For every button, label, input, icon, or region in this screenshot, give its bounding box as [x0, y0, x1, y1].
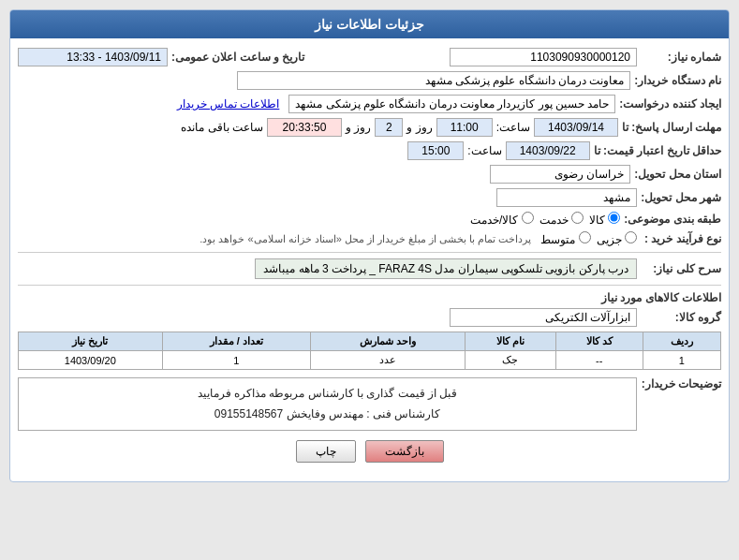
noe-kharid-text: پرداخت تمام با بخشی از مبلغ خریدار از مح…: [200, 233, 531, 245]
shomare-niaz-label: شماره نیاز:: [637, 51, 721, 64]
row-ostan: استان محل تحویل: خراسان رضوی: [18, 165, 721, 184]
back-button[interactable]: بازگشت: [365, 440, 444, 463]
divider-2: [18, 285, 721, 286]
cell-tarikh_niaz: 1403/09/20: [19, 351, 163, 370]
mohlat-mande: 20:33:50: [267, 118, 342, 137]
radio-kala[interactable]: کالا: [589, 212, 620, 227]
radio-kala-input[interactable]: [608, 212, 620, 224]
tarikh-eln-label: تاریخ و ساعت اعلان عمومی:: [168, 51, 304, 64]
hadaqal-time: 15:00: [407, 141, 464, 160]
row-namdastgah: نام دستگاه خریدار: معاونت درمان دانشگاه …: [18, 71, 721, 90]
cell-kod_kala: --: [555, 351, 643, 370]
main-container: جزئیات اطلاعات نیاز شماره نیاز: 11030909…: [9, 9, 730, 482]
cell-tedadMegdar: 1: [162, 351, 310, 370]
th-kod-kala: کد کالا: [555, 332, 643, 351]
mohlat-saaat-label: ساعت:: [493, 121, 534, 134]
radio-kalakhadamat-input[interactable]: [522, 212, 534, 224]
hadaqal-saaat-label: ساعت:: [464, 144, 505, 157]
row-mohlat: مهلت ارسال پاسخ: تا 1403/09/14 ساعت: 11:…: [18, 118, 721, 137]
namdastgah-label: نام دستگاه خریدار:: [630, 74, 721, 87]
description-label: توضیحات خریدار:: [637, 377, 721, 391]
sarh-label: سرح کلی نیاز:: [637, 262, 721, 275]
mohlat-ruz: 2: [375, 118, 403, 137]
noe-radio-group: جزیی متوسط: [540, 231, 637, 246]
shomare-niaz-value: 1103090930000120: [450, 48, 637, 66]
table-row: 1--جکعدد11403/09/20: [19, 351, 721, 370]
page-header: جزئیات اطلاعات نیاز: [10, 10, 729, 38]
mohlat-label: مهلت ارسال پاسخ: تا: [618, 121, 721, 134]
ijad-label: ایجاد کننده درخواست:: [615, 97, 721, 111]
th-tarikh: تاریخ نیاز: [19, 332, 163, 351]
row-shomare: شماره نیاز: 1103090930000120 تاریخ و ساع…: [18, 48, 721, 66]
goods-table: ردیف کد کالا نام کالا واحد شمارش تعداد /…: [18, 332, 721, 370]
description-line2: کارشناس فنی : مهندس وفایخش 09155148567: [24, 405, 630, 425]
tarighe-label: طبقه بندی موضوعی:: [620, 213, 721, 226]
mohlat-mande-label: ساعت باقی مانده: [177, 121, 267, 134]
th-tedad: تعداد / مقدار: [162, 332, 310, 351]
hadaqal-label: حداقل تاریخ اعتبار قیمت: تا: [590, 144, 721, 157]
content-area: شماره نیاز: 1103090930000120 تاریخ و ساع…: [10, 38, 729, 481]
namdastgah-value: معاونت درمان دانشگاه علوم پزشکی مشهد: [237, 71, 630, 90]
row-tarighe: طبقه بندی موضوعی: کالا خدمت کالا/خدمت: [18, 212, 721, 227]
group-kala-label: گروه کالا:: [637, 311, 721, 324]
tarikh-eln-value: 1403/09/11 - 13:33: [18, 48, 168, 66]
row-sarh: سرح کلی نیاز: درب پارکن بازویی تلسکوپی س…: [18, 258, 721, 279]
mohlat-time: 11:00: [436, 118, 493, 137]
radio-jozi[interactable]: جزیی: [597, 231, 637, 246]
print-button[interactable]: چاپ: [296, 440, 356, 463]
divider-1: [18, 252, 721, 253]
row-hadaqal: حداقل تاریخ اعتبار قیمت: تا 1403/09/22 س…: [18, 141, 721, 160]
tarighe-radio-group: کالا خدمت کالا/خدمت: [470, 212, 620, 227]
cell-vahed_shomar: عدد: [310, 351, 465, 370]
radio-jozi-input[interactable]: [625, 231, 637, 243]
page-title: جزئیات اطلاعات نیاز: [315, 17, 424, 32]
row-noe-kharid: نوع فرآیند خرید : جزیی متوسط پرداخت تمام…: [18, 231, 721, 246]
bottom-buttons: بازگشت چاپ: [18, 440, 721, 472]
mohlat-mande-label2: روز و: [342, 121, 375, 134]
noe-kharid-label: نوع فرآیند خرید :: [637, 232, 721, 245]
shahr-value: مشهد: [496, 188, 637, 207]
radio-khadamat[interactable]: خدمت: [539, 212, 584, 227]
row-description: توضیحات خریدار: قبل از قیمت گذاری با کار…: [18, 377, 721, 431]
th-vahed: واحد شمارش: [310, 332, 465, 351]
mohlat-ruz-label: روز و: [403, 121, 436, 134]
row-group-kala: گروه کالا: ابزارآلات الکتریکی: [18, 308, 721, 327]
ettela-tamas-link[interactable]: اطلاعات تماس خریدار: [177, 97, 280, 111]
hadaqal-date: 1403/09/22: [506, 141, 590, 160]
th-radif: ردیف: [643, 332, 720, 351]
ostan-label: استان محل تحویل:: [630, 168, 721, 181]
cell-nam_kala: جک: [465, 351, 555, 370]
group-kala-value: ابزارآلات الکتریکی: [450, 308, 637, 327]
cell-radif: 1: [643, 351, 720, 370]
info-kala-title: اطلاعات کالاهای مورد نیاز: [18, 291, 721, 304]
description-box: قبل از قیمت گذاری با کارشناس مربوطه مذاک…: [18, 377, 637, 431]
ostan-value: خراسان رضوی: [490, 165, 630, 184]
radio-motevaset-input[interactable]: [579, 231, 591, 243]
row-ijad: ایجاد کننده درخواست: حامد حسین پور کازیر…: [18, 95, 721, 113]
radio-motevaset[interactable]: متوسط: [540, 231, 590, 246]
sarh-value: درب پارکن بازویی تلسکوپی سیماران مدل FAR…: [255, 258, 637, 279]
ijad-value: حامد حسین پور کازیردار معاونت درمان دانش…: [288, 95, 615, 113]
shahr-label: شهر محل تحویل:: [637, 191, 721, 204]
mohlat-date: 1403/09/14: [534, 118, 618, 137]
th-nam-kala: نام کالا: [465, 332, 555, 351]
description-line1: قبل از قیمت گذاری با کارشناس مربوطه مذاک…: [24, 384, 630, 405]
radio-kala-khadamat[interactable]: کالا/خدمت: [470, 212, 534, 227]
radio-khadamat-input[interactable]: [571, 212, 584, 224]
row-shahr: شهر محل تحویل: مشهد: [18, 188, 721, 207]
